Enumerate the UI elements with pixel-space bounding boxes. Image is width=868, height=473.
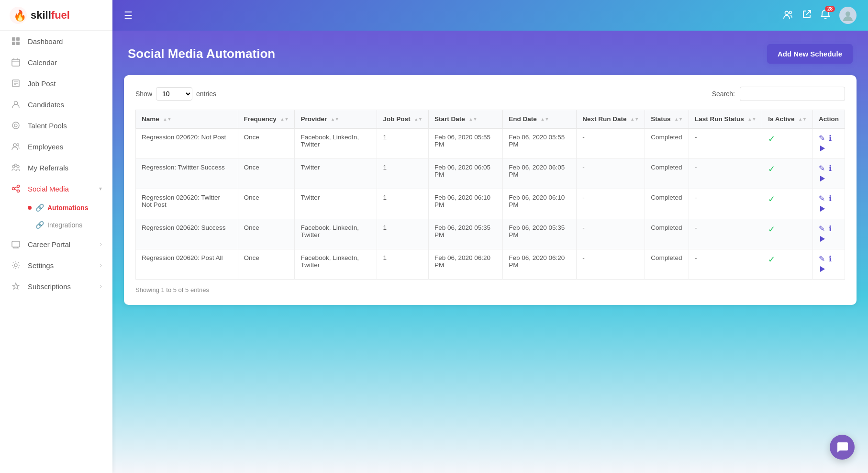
sidebar-item-calendar[interactable]: Calendar xyxy=(0,52,112,73)
table-footer: Showing 1 to 5 of 5 entries xyxy=(135,286,845,293)
cell-next-run-date-1: - xyxy=(577,159,645,189)
external-link-icon[interactable] xyxy=(802,10,812,22)
sidebar-item-career-portal[interactable]: Career Portal › xyxy=(0,234,112,255)
sidebar-item-settings[interactable]: Settings › xyxy=(0,255,112,276)
info-button-0[interactable]: ℹ xyxy=(829,134,832,143)
subscriptions-arrow: › xyxy=(100,283,102,290)
info-button-4[interactable]: ℹ xyxy=(829,254,832,263)
active-sort[interactable]: ▲▼ xyxy=(798,117,807,122)
active-check-0: ✓ xyxy=(768,134,775,144)
cell-end-date-4: Feb 06, 2020 06:20 PM xyxy=(503,249,577,280)
edit-button-0[interactable]: ✎ xyxy=(819,134,825,143)
integrations-dot xyxy=(28,223,32,227)
sidebar-item-subscriptions[interactable]: Subscriptions › xyxy=(0,276,112,297)
play-button-3[interactable] xyxy=(819,235,826,244)
integrations-icon: 🔗 xyxy=(35,221,45,229)
col-last-run-status: Last Run Status ▲▼ xyxy=(689,110,762,129)
integrations-label: Integrations xyxy=(47,221,82,229)
sidebar-item-automations[interactable]: 🔗 Automations xyxy=(28,199,112,216)
play-button-4[interactable] xyxy=(819,265,826,274)
notification-bell-icon[interactable]: 28 xyxy=(820,9,831,22)
main-content: ☰ 28 Social Media Automation Add New Sch… xyxy=(112,0,868,473)
sidebar-item-my-referrals[interactable]: My Referrals xyxy=(0,157,112,178)
svg-marker-35 xyxy=(820,176,825,181)
end-sort[interactable]: ▲▼ xyxy=(540,117,549,122)
sidebar-item-job-post-label: Job Post xyxy=(28,79,102,88)
cell-frequency-4: Once xyxy=(238,249,295,280)
sidebar-item-candidates[interactable]: Candidates xyxy=(0,94,112,115)
jobpost-sort[interactable]: ▲▼ xyxy=(414,117,423,122)
cell-frequency-2: Once xyxy=(238,189,295,219)
sidebar-item-job-post[interactable]: Job Post xyxy=(0,73,112,94)
info-button-1[interactable]: ℹ xyxy=(829,164,832,173)
sidebar-item-employees-label: Employees xyxy=(28,143,102,151)
edit-button-2[interactable]: ✎ xyxy=(819,194,825,203)
info-button-2[interactable]: ℹ xyxy=(829,194,832,203)
cell-next-run-date-2: - xyxy=(577,189,645,219)
my-referrals-icon xyxy=(11,163,21,172)
cell-next-run-date-3: - xyxy=(577,219,645,249)
status-sort[interactable]: ▲▼ xyxy=(674,117,683,122)
cell-start-date-3: Feb 06, 2020 05:35 PM xyxy=(429,219,503,249)
freq-sort[interactable]: ▲▼ xyxy=(280,117,289,122)
next-sort[interactable]: ▲▼ xyxy=(630,117,639,122)
logo-highlight: fuel xyxy=(51,9,70,21)
job-post-icon xyxy=(11,79,21,88)
cell-is-active-1: ✓ xyxy=(762,159,813,189)
cell-job-post-1: 1 xyxy=(377,159,429,189)
active-check-2: ✓ xyxy=(768,194,775,204)
cell-provider-1: Twitter xyxy=(295,159,377,189)
svg-point-31 xyxy=(785,11,789,14)
play-button-2[interactable] xyxy=(819,205,826,214)
svg-rect-4 xyxy=(12,42,15,45)
cell-is-active-4: ✓ xyxy=(762,249,813,280)
cell-name-4: Regression 020620: Post All xyxy=(136,249,238,280)
settings-icon xyxy=(11,261,21,270)
col-start-date: Start Date ▲▼ xyxy=(429,110,503,129)
cell-end-date-0: Feb 06, 2020 05:55 PM xyxy=(503,128,577,159)
start-sort[interactable]: ▲▼ xyxy=(469,117,478,122)
provider-sort[interactable]: ▲▼ xyxy=(331,117,339,122)
svg-point-22 xyxy=(12,188,15,190)
user-avatar[interactable] xyxy=(839,7,857,24)
last-run-sort[interactable]: ▲▼ xyxy=(748,117,757,122)
entries-select[interactable]: 10 25 50 100 xyxy=(156,87,192,101)
cell-frequency-3: Once xyxy=(238,219,295,249)
svg-marker-34 xyxy=(820,146,825,151)
people-icon[interactable] xyxy=(783,9,793,22)
sidebar-item-talent-pools-label: Talent Pools xyxy=(28,122,102,130)
sidebar-item-talent-pools[interactable]: Talent Pools xyxy=(0,115,112,136)
show-entries-control: Show 10 25 50 100 entries xyxy=(135,87,216,101)
show-label: Show xyxy=(135,90,152,98)
cell-job-post-0: 1 xyxy=(377,128,429,159)
info-button-3[interactable]: ℹ xyxy=(829,224,832,233)
cell-status-1: Completed xyxy=(645,159,689,189)
page-title: Social Media Automation xyxy=(128,46,275,61)
cell-frequency-1: Once xyxy=(238,159,295,189)
svg-point-15 xyxy=(14,124,17,127)
edit-button-1[interactable]: ✎ xyxy=(819,164,825,173)
play-button-1[interactable] xyxy=(819,175,826,184)
automations-label: Automations xyxy=(47,204,89,212)
edit-button-4[interactable]: ✎ xyxy=(819,254,825,263)
chat-bubble-button[interactable] xyxy=(830,435,855,460)
search-input[interactable] xyxy=(740,87,845,101)
cell-end-date-3: Feb 06, 2020 05:35 PM xyxy=(503,219,577,249)
sidebar-item-employees[interactable]: Employees xyxy=(0,136,112,157)
sidebar-item-integrations[interactable]: 🔗 Integrations xyxy=(28,216,112,234)
logo: 🔥 skillfuel xyxy=(0,0,112,31)
name-sort[interactable]: ▲▼ xyxy=(163,117,172,122)
edit-button-3[interactable]: ✎ xyxy=(819,224,825,233)
svg-marker-36 xyxy=(820,206,825,212)
cell-start-date-4: Feb 06, 2020 06:20 PM xyxy=(429,249,503,280)
col-name: Name ▲▼ xyxy=(136,110,238,129)
sidebar-item-dashboard[interactable]: Dashboard xyxy=(0,31,112,52)
play-button-0[interactable] xyxy=(819,145,826,154)
cell-provider-0: Facebook, LinkedIn, Twitter xyxy=(295,128,377,159)
sidebar-item-social-media[interactable]: Social Media ▾ xyxy=(0,178,112,199)
notification-count: 28 xyxy=(825,6,835,12)
menu-toggle-button[interactable]: ☰ xyxy=(124,10,133,21)
add-new-schedule-button[interactable]: Add New Schedule xyxy=(767,44,853,64)
svg-rect-2 xyxy=(12,37,15,41)
sidebar-item-calendar-label: Calendar xyxy=(28,58,102,67)
